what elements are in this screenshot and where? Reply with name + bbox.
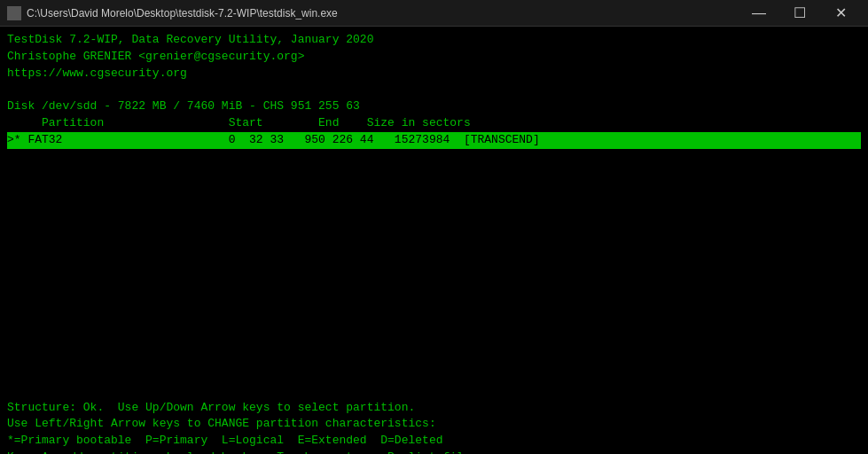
app-icon <box>7 6 21 20</box>
footer-line-1: Structure: Ok. Use Up/Down Arrow keys to… <box>7 400 861 417</box>
blank-4 <box>7 199 861 215</box>
terminal-line-2: Christophe GRENIER <grenier@cgsecurity.o… <box>7 49 861 66</box>
blank-12 <box>7 333 861 349</box>
blank-13 <box>7 349 861 366</box>
terminal-line-1: TestDisk 7.2-WIP, Data Recovery Utility,… <box>7 32 861 49</box>
blank-2 <box>7 166 861 183</box>
title-bar: C:\Users\David Morelo\Desktop\testdisk-7… <box>0 0 868 27</box>
terminal: TestDisk 7.2-WIP, Data Recovery Utility,… <box>0 27 868 454</box>
terminal-line-6: Partition Start End Size in sectors <box>7 115 861 132</box>
footer-line-4: Keys A: add partition, L: load backup, T… <box>7 450 861 454</box>
maximize-button[interactable]: ☐ <box>779 0 820 27</box>
blank-14 <box>7 366 861 383</box>
title-bar-text: C:\Users\David Morelo\Desktop\testdisk-7… <box>27 7 338 20</box>
blank-7 <box>7 249 861 266</box>
footer-line-2: Use Left/Right Arrow keys to CHANGE part… <box>7 416 861 433</box>
terminal-line-4 <box>7 82 861 99</box>
blank-11 <box>7 316 861 333</box>
partition-row-selected[interactable]: >* FAT32 0 32 33 950 226 44 15273984 [TR… <box>7 132 861 149</box>
blank-3 <box>7 183 861 200</box>
blank-10 <box>7 300 861 317</box>
blank-15 <box>7 383 861 400</box>
terminal-line-5: Disk /dev/sdd - 7822 MB / 7460 MiB - CHS… <box>7 98 861 115</box>
blank-6 <box>7 232 861 249</box>
terminal-line-3: https://www.cgsecurity.org <box>7 66 861 82</box>
blank-5 <box>7 215 861 232</box>
blank-1 <box>7 149 861 166</box>
window-controls: — ☐ ✕ <box>739 0 861 27</box>
blank-9 <box>7 283 861 300</box>
footer-line-3: *=Primary bootable P=Primary L=Logical E… <box>7 433 861 450</box>
close-button[interactable]: ✕ <box>820 0 861 27</box>
title-bar-left: C:\Users\David Morelo\Desktop\testdisk-7… <box>7 6 338 20</box>
blank-8 <box>7 266 861 283</box>
minimize-button[interactable]: — <box>739 0 779 27</box>
